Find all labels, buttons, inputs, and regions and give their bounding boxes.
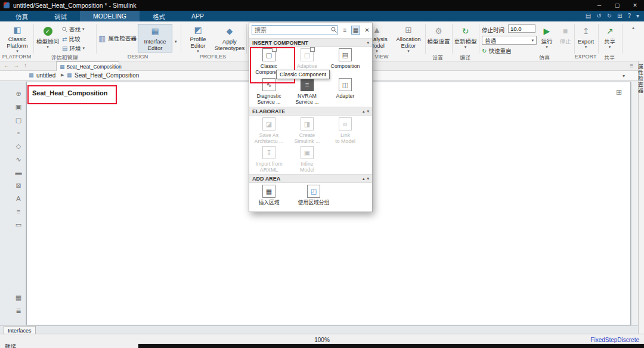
profile-editor-button[interactable]: ◩ Profile Editor ▾ [183, 24, 213, 52]
simulation-mode-select[interactable]: 普通 ▾ [482, 36, 537, 45]
window-controls: ─ ▢ ✕ [590, 0, 644, 11]
maximize-button[interactable]: ▢ [608, 0, 626, 11]
forward-icon[interactable]: → [13, 62, 19, 69]
palette-item-link-to-model[interactable]: ∞ Link to Model [327, 117, 364, 144]
interface-editor-button[interactable]: ▦ Interface Editor [138, 24, 172, 52]
menu-icon[interactable]: ≡ [630, 63, 633, 69]
classic-platform-button[interactable]: ◧ Classic Platform ▾ [2, 24, 33, 52]
model-advisor-button[interactable]: ✓ 模型顾问 ▾ [35, 24, 61, 52]
palette-close-icon[interactable]: ✕ [363, 26, 371, 35]
band-icon[interactable]: ▬ [13, 167, 24, 178]
ribbon-collapse-icon[interactable]: ▴ [632, 25, 634, 30]
palette-section-add-area[interactable]: ADD AREA ▴▾ [249, 174, 372, 183]
apply-stereotypes-button[interactable]: ◆ Apply Stereotypes [213, 24, 246, 52]
document-tab[interactable]: ▦ Seat_Heat_Composition [56, 61, 119, 71]
palette-item-group-area[interactable]: ◰ 使用区域分组 [289, 185, 339, 206]
chevron-down-icon: ▾ [47, 45, 49, 49]
palette-section-insert[interactable]: INSERT COMPONENT ▾ [249, 38, 372, 47]
palette-item-insert-area[interactable]: ▦ 插入区域 [250, 185, 287, 206]
compare-label: 比较 [69, 35, 80, 43]
fit-view-icon[interactable]: ◇ [13, 141, 24, 151]
rect-icon[interactable]: ▭ [13, 219, 24, 230]
breadcrumb-root[interactable]: untitled [36, 72, 55, 79]
annotation-icon[interactable]: A [13, 193, 24, 204]
layers-icon[interactable]: ≣ [13, 305, 24, 316]
area-icon[interactable]: ▫ [13, 128, 24, 138]
allocation-editor-button[interactable]: ⊞ Allocation Editor ▾ [394, 24, 423, 52]
simulation-mode-value: 普通 [485, 36, 496, 45]
chevron-up-icon[interactable]: ▴ [363, 176, 365, 181]
palette-search-input[interactable] [252, 25, 338, 35]
compare-button[interactable]: ⇄ 比较 [62, 35, 80, 43]
check-icon: ✓ [44, 27, 52, 36]
quick-undo-icon[interactable]: ↺ [596, 11, 601, 21]
palette-item-create-simulink[interactable]: ◨ Create Simulink ... [289, 117, 326, 144]
composition-icon: ▤ [339, 48, 352, 61]
allocation-editor-label-2: Editor [401, 42, 416, 49]
chevron-down-icon[interactable]: ▾ [367, 109, 369, 114]
export-button[interactable]: ↥ Export ▾ [575, 24, 597, 52]
document-tab-label: Seat_Heat_Composition [67, 64, 122, 70]
palette-item-diagnostic-service[interactable]: ∿ Diagnostic Service ... [250, 78, 287, 105]
tab-format[interactable]: 格式 [140, 11, 178, 21]
palette-item-label: Model [289, 167, 326, 173]
block-icon[interactable]: ▢ [13, 114, 24, 125]
property-inspector-tab[interactable]: 属性检查器 [639, 64, 644, 94]
component-icon: ▦ [67, 72, 72, 78]
chevron-down-icon[interactable]: ▾ [367, 176, 369, 181]
signal-icon[interactable]: ∿ [13, 154, 24, 164]
quick-redo-icon[interactable]: ↻ [607, 11, 612, 21]
image-icon[interactable]: ▦ [13, 292, 24, 303]
interfaces-tab[interactable]: Interfaces [4, 326, 36, 334]
quick-help-icon[interactable]: ? [627, 11, 631, 21]
back-icon[interactable]: ← [4, 62, 10, 69]
palette-item-label: Inline [289, 161, 326, 167]
quick-layout-icon[interactable]: ⊞ [617, 11, 622, 21]
quick-collapse-icon[interactable]: ▾ [636, 11, 639, 21]
gallery-expand-button[interactable]: ▾ [175, 35, 177, 45]
property-inspector-button[interactable]: ▥ 属性检查器 [99, 24, 136, 52]
up-to-parent-icon[interactable]: ↑ [24, 62, 27, 69]
taskbar-sliver [138, 344, 644, 348]
list-view-icon[interactable]: ≡ [340, 26, 349, 35]
quick-save-icon[interactable]: ▤ [586, 11, 591, 21]
close-button[interactable]: ✕ [626, 0, 644, 11]
bottom-tab-row: Interfaces [0, 325, 638, 334]
vertical-scrollbar[interactable] [631, 82, 638, 325]
palette-item-inline-model[interactable]: ▣ Inline Model [289, 146, 326, 173]
tab-simulation[interactable]: 仿真 [2, 11, 41, 21]
list-icon[interactable]: ≡ [13, 206, 24, 217]
section-label-view: VIEW [374, 54, 388, 60]
share-button[interactable]: ↗ 共享 ▾ [599, 24, 621, 52]
update-model-button[interactable]: ↻ 更新模型 ▾ [453, 24, 478, 52]
palette-item-composition[interactable]: ▤ Composition [327, 48, 364, 69]
stop-time-input[interactable] [508, 24, 535, 33]
model-settings-label: 模型设置 [427, 38, 450, 45]
zoom-icon[interactable]: ⊕ [13, 88, 24, 99]
breadcrumb-dropdown-icon[interactable]: ▾ [623, 73, 625, 79]
environment-button[interactable]: ▤ 环境 ▾ [62, 44, 85, 52]
grid-view-icon[interactable]: ▦ [351, 26, 360, 35]
model-settings-button[interactable]: ⚙ 模型设置 [426, 24, 451, 52]
palette-section-elaborate[interactable]: ELABORATE ▴▾ [249, 107, 372, 116]
mux-icon[interactable]: ⊠ [13, 180, 24, 191]
library-browser-icon[interactable]: ▣ [13, 101, 24, 112]
breadcrumb-current[interactable]: Seat_Heat_Composition [75, 72, 139, 79]
palette-item-nvram-service[interactable]: ≡ NVRAM Service ... [289, 78, 326, 105]
palette-item-import-from-arxml[interactable]: ↧ Import from ARXML [250, 146, 287, 173]
classic-component-tooltip: Classic Component [276, 70, 330, 79]
tab-debug[interactable]: 调试 [41, 11, 80, 21]
hierarchy-badge-icon[interactable]: ⊞ [616, 88, 622, 97]
stop-button[interactable]: ■ 停止 [557, 24, 574, 52]
solver-link[interactable]: FixedStepDiscrete [590, 337, 639, 343]
palette-item-save-as-architecture[interactable]: ◪ Save As Architectu ... [250, 117, 287, 144]
minimize-button[interactable]: ─ [590, 0, 608, 11]
tab-app[interactable]: APP [178, 11, 217, 21]
fast-restart-button[interactable]: ↻ 快速重启 [482, 46, 511, 55]
find-button[interactable]: 查找 ▾ [62, 25, 85, 33]
chevron-down-icon[interactable]: ▾ [367, 41, 369, 45]
tab-modeling[interactable]: MODELING [80, 11, 140, 21]
palette-item-adapter[interactable]: ◫ Adapter [327, 78, 364, 99]
chevron-up-icon[interactable]: ▴ [363, 109, 365, 114]
run-button[interactable]: ▶ 运行 ▾ [538, 24, 556, 52]
